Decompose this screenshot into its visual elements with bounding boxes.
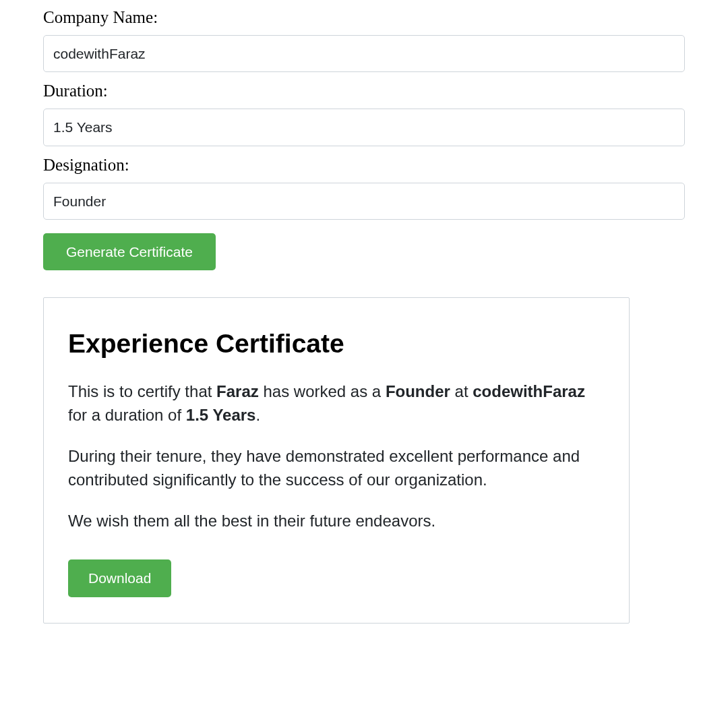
company-name-group: Company Name: xyxy=(43,8,685,72)
cert-company: codewithFaraz xyxy=(473,382,585,400)
certificate-title: Experience Certificate xyxy=(68,329,605,359)
cert-designation: Founder xyxy=(386,382,450,400)
duration-label: Duration: xyxy=(43,82,685,100)
duration-input[interactable] xyxy=(43,109,685,146)
cert-text: . xyxy=(255,406,260,424)
download-button[interactable]: Download xyxy=(68,559,171,597)
duration-group: Duration: xyxy=(43,82,685,146)
company-name-label: Company Name: xyxy=(43,8,685,27)
cert-duration: 1.5 Years xyxy=(186,406,256,424)
cert-text: This is to certify that xyxy=(68,382,216,400)
cert-name: Faraz xyxy=(216,382,259,400)
cert-text: for a duration of xyxy=(68,406,186,424)
certificate-card: Experience Certificate This is to certif… xyxy=(43,297,630,623)
cert-text: at xyxy=(450,382,473,400)
cert-text: has worked as a xyxy=(259,382,386,400)
designation-group: Designation: xyxy=(43,156,685,220)
company-name-input[interactable] xyxy=(43,35,685,72)
designation-input[interactable] xyxy=(43,183,685,220)
generate-certificate-button[interactable]: Generate Certificate xyxy=(43,233,216,270)
page-container: Company Name: Duration: Designation: Gen… xyxy=(0,0,728,644)
designation-label: Designation: xyxy=(43,156,685,175)
certificate-paragraph-3: We wish them all the best in their futur… xyxy=(68,510,605,533)
certificate-paragraph-2: During their tenure, they have demonstra… xyxy=(68,445,605,492)
certificate-paragraph-1: This is to certify that Faraz has worked… xyxy=(68,380,605,427)
